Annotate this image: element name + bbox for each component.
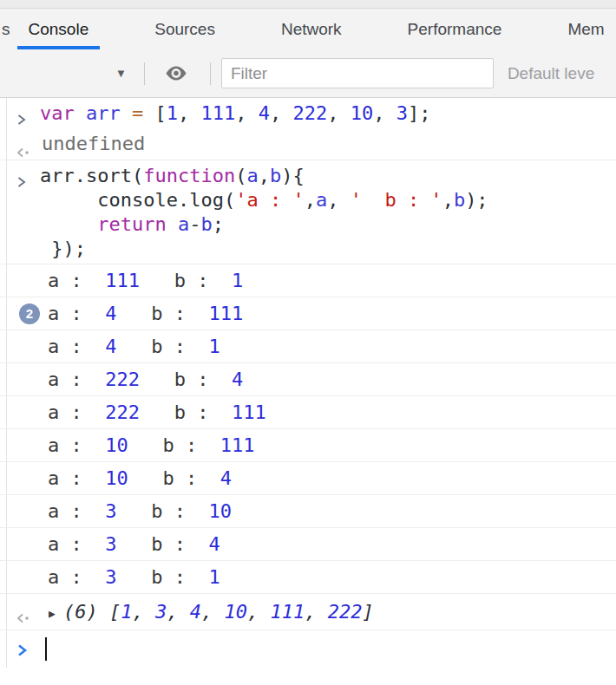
- console-log-row: a : 3 b : 1: [0, 561, 616, 594]
- tab-console-label: Console: [29, 20, 89, 39]
- console-text-line: a : 3 b : 4: [48, 532, 609, 557]
- tab-network-label: Network: [281, 20, 342, 39]
- console-text-line: return a-b;: [40, 212, 609, 237]
- console-result: undefined: [0, 128, 616, 160]
- live-expression-eye-icon[interactable]: [165, 65, 187, 82]
- console-log-row: a : 4 b : 1: [0, 330, 616, 363]
- toolbar-separator: [144, 62, 145, 85]
- repeat-count-badge: 2: [19, 303, 40, 324]
- console-text-line: (6) [1, 3, 4, 10, 111, 222]: [63, 600, 609, 624]
- console-log-row: a : 222 b : 4: [0, 363, 616, 396]
- console-log-row: a : 3 b : 4: [0, 528, 616, 561]
- result-return-arrow-icon: [16, 605, 32, 630]
- console-command: var arr = [1, 111, 4, 222, 10, 3];: [0, 98, 616, 128]
- tab-performance[interactable]: Performance: [396, 9, 514, 49]
- tab-network[interactable]: Network: [270, 9, 353, 49]
- console-text-line: undefined: [42, 132, 609, 156]
- console-log: var arr = [1, 111, 4, 222, 10, 3];undefi…: [0, 98, 616, 630]
- console-log-row: a : 111 b : 1: [0, 264, 616, 297]
- tab-elements-partial[interactable]: s: [2, 20, 10, 39]
- tab-memory-partial[interactable]: Mem: [556, 9, 615, 49]
- devtools-tabbar: s Console Sources Network Performance Me…: [0, 9, 616, 49]
- console-text-line: a : 10 b : 4: [48, 466, 609, 491]
- devtools-window: s Console Sources Network Performance Me…: [0, 0, 616, 685]
- console-text-line: var arr = [1, 111, 4, 222, 10, 3];: [40, 101, 609, 126]
- console-text-line: a : 4 b : 1: [48, 335, 609, 359]
- expand-arrow-icon[interactable]: ▶: [49, 602, 56, 626]
- prompt-chevron-icon: [17, 643, 28, 661]
- console-text-line: a : 3 b : 1: [48, 565, 609, 590]
- tab-console[interactable]: Console: [17, 9, 101, 49]
- filter-input[interactable]: [221, 58, 494, 88]
- console-text-line: arr.sort(function(a,b){: [40, 164, 609, 188]
- toolbar-separator: [210, 62, 211, 85]
- console-log-row: a : 222 b : 111: [0, 396, 616, 429]
- console-text-line: a : 111 b : 1: [48, 269, 609, 293]
- console-command: arr.sort(function(a,b){ console.log('a :…: [0, 160, 616, 264]
- active-tab-underline: [17, 46, 101, 49]
- tab-memory-label: Mem: [567, 20, 604, 39]
- console-log-row: a : 3 b : 10: [0, 495, 616, 528]
- dropdown-arrow-icon[interactable]: ▼: [115, 67, 127, 80]
- console-text-line: a : 10 b : 111: [48, 434, 609, 458]
- tab-sources[interactable]: Sources: [143, 9, 226, 49]
- console-toolbar: ▼ Default leve: [0, 49, 616, 98]
- console-text-line: a : 3 b : 10: [48, 499, 609, 524]
- tab-performance-label: Performance: [408, 20, 502, 39]
- console-text-line: a : 222 b : 111: [48, 401, 609, 425]
- console-text-line: a : 4 b : 111: [48, 302, 609, 326]
- tab-sources-label: Sources: [154, 20, 215, 39]
- console-text-line: });: [40, 237, 609, 261]
- console-text-line: a : 222 b : 4: [48, 368, 609, 392]
- console-messages-pane: var arr = [1, 111, 4, 222, 10, 3];undefi…: [0, 98, 616, 684]
- console-text-line: console.log('a : ',a, ' b : ',b);: [40, 188, 609, 212]
- console-result: ▶(6) [1, 3, 4, 10, 111, 222]: [0, 594, 616, 630]
- command-chevron-icon: [17, 170, 26, 194]
- log-level-dropdown[interactable]: Default leve: [508, 64, 594, 83]
- text-cursor: [45, 637, 47, 661]
- window-resize-strip: [0, 0, 616, 9]
- console-log-row: 2a : 4 b : 111: [0, 297, 616, 330]
- console-prompt[interactable]: [0, 630, 616, 669]
- console-log-row: a : 10 b : 4: [0, 462, 616, 495]
- console-log-row: a : 10 b : 111: [0, 429, 616, 462]
